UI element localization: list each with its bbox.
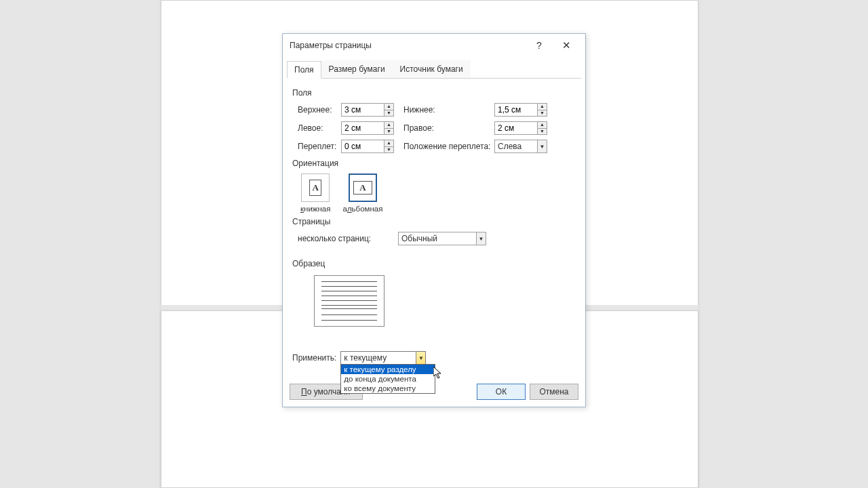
right-margin-stepper[interactable]: ▲▼ <box>494 121 547 135</box>
apply-option-current-section[interactable]: к текущему разделу <box>341 365 435 374</box>
top-margin-label: Верхнее: <box>298 105 341 115</box>
bottom-margin-stepper[interactable]: ▲▼ <box>494 103 547 117</box>
cancel-button[interactable]: Отмена <box>530 384 578 400</box>
margins-section-label: Поля <box>292 88 576 98</box>
dialog-titlebar: Параметры страницы ? ✕ <box>283 34 585 56</box>
dialog-body: Поля Верхнее: ▲▼ Нижнее: ▲▼ Левое: ▲▼ Пр… <box>283 79 585 365</box>
right-margin-label: Правое: <box>394 123 494 133</box>
bottom-margin-label: Нижнее: <box>394 105 494 115</box>
spin-up-icon[interactable]: ▲ <box>384 104 393 110</box>
multiple-pages-label: несколько страниц: <box>298 234 398 243</box>
chevron-down-icon[interactable]: ▼ <box>416 352 425 364</box>
ok-button[interactable]: ОК <box>477 384 526 400</box>
landscape-label: альбомнаяальбомная <box>342 205 382 213</box>
apply-to-select[interactable]: к текущему разделу ▼ к текущему разделу … <box>340 351 426 365</box>
spin-down-icon[interactable]: ▼ <box>384 129 393 135</box>
spin-down-icon[interactable]: ▼ <box>384 147 393 153</box>
spin-up-icon[interactable]: ▲ <box>384 140 393 147</box>
tab-margins[interactable]: Поля <box>287 61 321 79</box>
spin-down-icon[interactable]: ▼ <box>537 110 547 117</box>
pages-section-label: Страницы <box>292 217 576 226</box>
spin-down-icon[interactable]: ▼ <box>384 110 393 117</box>
chevron-down-icon[interactable]: ▼ <box>476 232 486 245</box>
spin-up-icon[interactable]: ▲ <box>537 104 547 110</box>
close-button[interactable]: ✕ <box>553 36 580 55</box>
dialog-tabs: Поля Размер бумаги Источник бумаги <box>287 60 581 79</box>
gutter-position-label: Положение переплета: <box>394 142 494 151</box>
portrait-icon: A <box>301 174 330 202</box>
gutter-stepper[interactable]: ▲▼ <box>341 140 394 153</box>
tab-paper-size[interactable]: Размер бумаги <box>321 60 393 78</box>
spin-up-icon[interactable]: ▲ <box>537 122 547 129</box>
apply-to-value: к текущему разделу <box>340 351 426 365</box>
help-button[interactable]: ? <box>526 36 553 55</box>
chevron-down-icon[interactable]: ▼ <box>537 140 547 152</box>
apply-option-to-end[interactable]: до конца документа <box>341 374 435 384</box>
gutter-label: Переплет: <box>298 142 341 151</box>
multiple-pages-value: Обычный <box>398 232 486 245</box>
tab-paper-source[interactable]: Источник бумаги <box>393 60 471 78</box>
dialog-title: Параметры страницы <box>288 41 526 50</box>
portrait-label: ккнижнаянижная <box>300 205 330 213</box>
orientation-landscape-button[interactable]: A альбомнаяальбомная <box>342 174 382 213</box>
preview-section-label: Образец <box>292 259 576 268</box>
apply-to-label: Применить: <box>292 353 336 363</box>
spin-up-icon[interactable]: ▲ <box>384 122 393 129</box>
preview-thumbnail <box>314 275 384 327</box>
apply-option-whole-doc[interactable]: ко всему документу <box>341 384 435 393</box>
left-margin-stepper[interactable]: ▲▼ <box>341 121 394 135</box>
top-margin-stepper[interactable]: ▲▼ <box>341 103 394 117</box>
orientation-section-label: Ориентация <box>292 159 576 168</box>
page-setup-dialog: Параметры страницы ? ✕ Поля Размер бумаг… <box>282 33 586 407</box>
left-margin-label: Левое: <box>298 123 341 133</box>
gutter-position-select[interactable]: Слева ▼ <box>494 140 547 153</box>
spin-down-icon[interactable]: ▼ <box>537 129 547 135</box>
apply-to-dropdown: к текущему разделу до конца документа ко… <box>340 364 435 394</box>
landscape-icon: A <box>349 174 377 202</box>
orientation-portrait-button[interactable]: A ккнижнаянижная <box>300 174 330 213</box>
multiple-pages-select[interactable]: Обычный ▼ <box>398 232 486 245</box>
